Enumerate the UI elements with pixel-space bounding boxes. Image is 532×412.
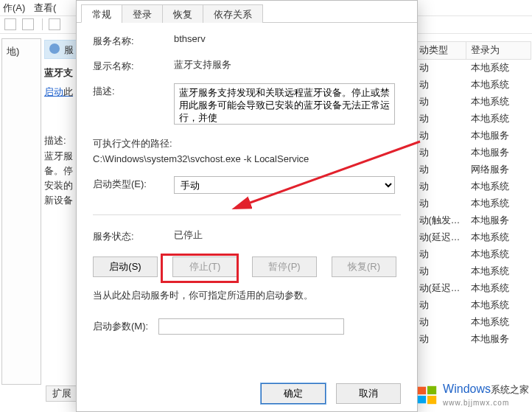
table-row[interactable]: 动本地系统 (415, 297, 531, 314)
label-display-name: 显示名称: (93, 58, 174, 73)
tree-node-local[interactable]: 地) (7, 45, 19, 58)
value-service-status: 已停止 (174, 228, 203, 243)
menu-view[interactable]: 查看( (34, 2, 56, 13)
value-exe-path: C:\Windows\system32\svchost.exe -k Local… (93, 153, 401, 164)
table-row[interactable]: 动本地服务 (415, 144, 531, 161)
service-properties-dialog: 常规 登录 恢复 依存关系 服务名称: bthserv 显示名称: 蓝牙支持服务… (76, 0, 418, 412)
svg-rect-4 (427, 396, 436, 404)
table-row[interactable]: 动(延迟…本地系统 (415, 280, 531, 297)
panel-header-text: 服 (64, 43, 74, 57)
label-service-status: 服务状态: (93, 228, 174, 243)
toolbar-button-3[interactable] (49, 18, 60, 30)
watermark: Windows系统之家 www.bjjmwx.com (416, 383, 529, 408)
label-service-name: 服务名称: (93, 33, 174, 48)
tab-recovery[interactable]: 恢复 (162, 4, 203, 23)
desc-header: 描述: (44, 134, 66, 147)
startup-type-select[interactable]: 手动 (174, 176, 395, 194)
col-logon-as[interactable]: 登录为 (466, 42, 531, 60)
table-row[interactable]: 动本地服务 (415, 331, 531, 348)
table-row[interactable]: 动本地系统 (415, 94, 531, 111)
start-params-input[interactable] (158, 318, 344, 335)
value-service-name: bthserv (174, 33, 401, 44)
services-table-fragment: 动类型 登录为 动本地系统动本地系统动本地系统动本地系统动本地服务动本地服务动网… (413, 41, 531, 382)
table-row[interactable]: 动(延迟…本地系统 (415, 229, 531, 246)
table-row[interactable]: 动本地系统 (415, 263, 531, 280)
table-row[interactable]: 动本地系统 (415, 111, 531, 128)
pause-button: 暂停(P) (252, 256, 317, 277)
label-start-params: 启动参数(M): (93, 320, 148, 333)
tab-logon[interactable]: 登录 (122, 4, 163, 23)
toolbar-button-2[interactable] (22, 18, 34, 30)
value-display-name: 蓝牙支持服务 (174, 58, 401, 71)
service-title: 蓝牙支 (44, 66, 73, 80)
startup-note: 当从此处启动服务时，你可指定所适用的启动参数。 (93, 289, 401, 302)
toolbar-button-1[interactable] (4, 18, 16, 30)
tree-panel: 地) (1, 38, 41, 385)
separator (93, 214, 401, 215)
panel-header-button[interactable]: 服 (44, 40, 77, 59)
svg-rect-2 (427, 386, 436, 394)
windows-logo-icon (416, 384, 438, 406)
tab-general[interactable]: 常规 (81, 4, 122, 23)
svg-rect-1 (418, 387, 426, 394)
extend-tab[interactable]: 扩展 (46, 385, 78, 402)
svg-rect-3 (418, 396, 426, 403)
table-row[interactable]: 动本地系统 (415, 246, 531, 263)
cancel-button[interactable]: 取消 (336, 383, 401, 404)
ok-button[interactable]: 确定 (261, 383, 326, 404)
start-button[interactable]: 启动(S) (93, 256, 158, 277)
table-row[interactable]: 动本地系统 (415, 77, 531, 94)
tab-strip: 常规 登录 恢复 依存关系 (77, 1, 417, 23)
menu-action[interactable]: 作(A) (3, 2, 25, 13)
table-row[interactable]: 动本地系统 (415, 314, 531, 331)
start-service-link[interactable]: 启动此 (44, 85, 73, 99)
description-textbox[interactable]: 蓝牙服务支持发现和关联远程蓝牙设备。停止或禁用此服务可能会导致已安装的蓝牙设备无… (174, 83, 395, 125)
stop-button: 停止(T) (172, 256, 237, 277)
tab-deps[interactable]: 依存关系 (203, 4, 263, 23)
table-row[interactable]: 动本地服务 (415, 128, 531, 144)
desc-body: 蓝牙服 备。停 安装的 新设备 (44, 149, 73, 208)
label-startup-type: 启动类型(E): (93, 176, 174, 191)
table-row[interactable]: 动本地系统 (415, 178, 531, 195)
table-row[interactable]: 动(触发…本地服务 (415, 212, 531, 229)
label-description: 描述: (93, 83, 174, 98)
col-startup-type[interactable]: 动类型 (415, 42, 466, 60)
table-row[interactable]: 动本地系统 (415, 195, 531, 212)
label-exe-path: 可执行文件的路径: (93, 137, 401, 150)
table-row[interactable]: 动本地系统 (415, 60, 531, 77)
resume-button: 恢复(R) (332, 256, 396, 277)
table-row[interactable]: 动网络服务 (415, 161, 531, 178)
